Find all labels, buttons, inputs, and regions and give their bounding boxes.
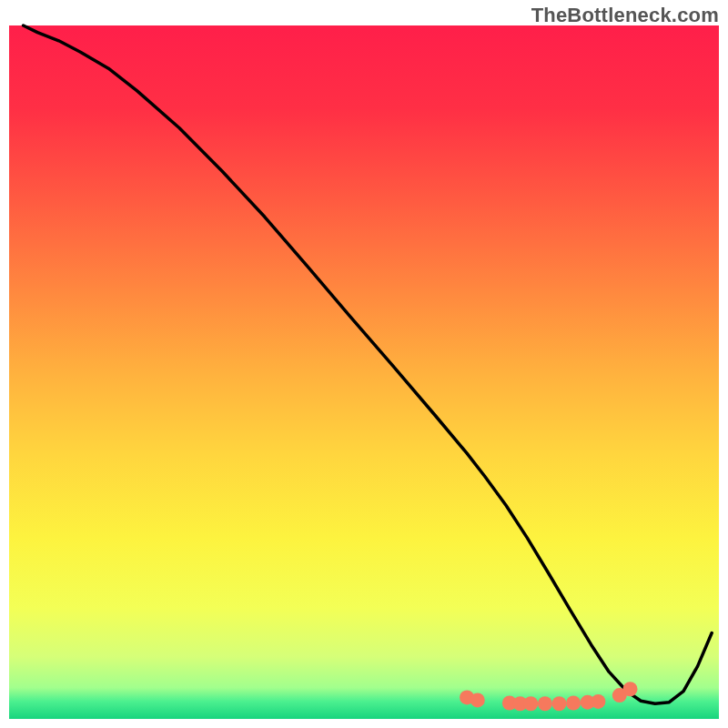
watermark-text: TheBottleneck.com bbox=[531, 4, 719, 27]
highlight-dot bbox=[623, 682, 638, 696]
highlight-dot bbox=[523, 696, 538, 711]
plot-background bbox=[9, 25, 719, 719]
highlight-dot bbox=[538, 696, 552, 711]
highlight-dot bbox=[470, 693, 485, 707]
highlight-dot bbox=[591, 694, 605, 709]
highlight-dot bbox=[552, 696, 567, 711]
highlight-dot bbox=[566, 695, 581, 710]
bottleneck-chart bbox=[0, 0, 728, 728]
chart-frame: TheBottleneck.com bbox=[0, 0, 728, 728]
